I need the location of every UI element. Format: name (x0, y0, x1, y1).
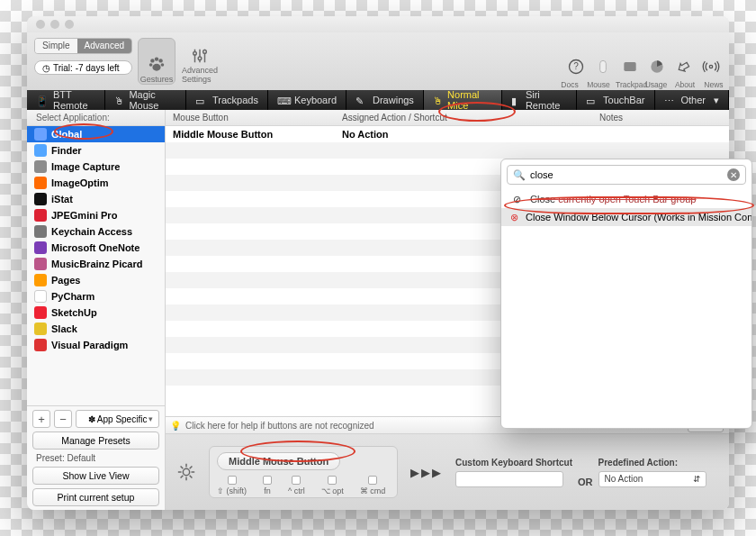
svg-point-2 (158, 59, 162, 62)
search-input[interactable] (530, 169, 723, 180)
clear-search-icon[interactable]: ✕ (727, 168, 740, 181)
svg-point-5 (152, 64, 160, 71)
preset-label: Preset: Default (32, 453, 159, 463)
sidebar-item-sketchup[interactable]: SketchUp (27, 304, 165, 321)
sidebar-item-pages[interactable]: Pages (27, 272, 165, 288)
sidebar-item-finder[interactable]: Finder (27, 142, 165, 159)
sidebar: Select Application: Global Finder Image … (27, 110, 166, 510)
help-text[interactable]: Click here for help if buttons are not r… (185, 421, 374, 431)
about-icon[interactable] (675, 58, 693, 76)
tab-magic-mouse[interactable]: 🖱Magic Mouse (105, 90, 186, 110)
lightbulb-icon[interactable]: 💡 (166, 421, 185, 431)
device-tabbar: 📱BTT Remote 🖱Magic Mouse ▭Trackpads ⌨Key… (27, 90, 729, 110)
mod-fn[interactable]: fn (263, 476, 272, 495)
custom-shortcut-block: Custom Keyboard Shortcut (455, 458, 572, 487)
add-app-button[interactable]: + (32, 410, 50, 428)
mod-opt[interactable]: ⌥ opt (321, 476, 344, 495)
predefined-action-select[interactable]: No Action⇵ (598, 471, 706, 487)
search-result[interactable]: ⊘ currently open Touch Bar group (501, 190, 752, 208)
sliders-icon (190, 46, 210, 66)
trigger-chip[interactable]: Middle Mouse Button (217, 452, 340, 470)
sidebar-item-pycharm[interactable]: PyCharm (27, 288, 165, 304)
shortcut-field[interactable] (455, 471, 563, 487)
toolbar-advanced-settings[interactable]: Advanced Settings (181, 38, 219, 85)
tab-siri-remote[interactable]: ▮Siri Remote (502, 90, 577, 110)
mode-simple[interactable]: Simple (35, 39, 77, 53)
window-titlebar (27, 16, 729, 32)
sidebar-item-global[interactable]: Global (27, 126, 165, 142)
svg-point-9 (194, 51, 197, 55)
app-specific-select[interactable]: ✽ App Specific (76, 410, 159, 428)
predefined-action-block: Predefined Action: No Action⇵ (598, 458, 706, 487)
prohibit-icon: ⊘ (510, 194, 523, 205)
print-setup-button[interactable]: Print current setup (32, 488, 159, 506)
tab-keyboard[interactable]: ⌨Keyboard (268, 90, 346, 110)
sidebar-item-image-capture[interactable]: Image Capture (27, 159, 165, 175)
sidebar-item-onenote[interactable]: Microsoft OneNote (27, 240, 165, 256)
clock-icon: ◷ (42, 63, 50, 73)
svg-line-26 (190, 467, 193, 469)
tab-trackpads[interactable]: ▭Trackpads (186, 90, 268, 110)
action-search-popup: 🔍 ✕ ⊘ currently open Touch Bar group ⊗ C… (500, 159, 752, 429)
col-action[interactable]: Assigned Action / Shortcut (335, 110, 592, 125)
svg-point-1 (155, 57, 158, 60)
news-icon[interactable] (702, 58, 720, 76)
col-mouse-button[interactable]: Mouse Button (166, 110, 335, 125)
manage-presets-button[interactable]: Manage Presets (32, 432, 159, 450)
svg-line-24 (190, 476, 193, 478)
close-window-icon[interactable] (36, 20, 45, 29)
sidebar-item-slack[interactable]: Slack (27, 321, 165, 337)
svg-line-23 (181, 467, 184, 469)
paw-icon (147, 55, 166, 75)
tab-touchbar[interactable]: ▭TouchBar (577, 90, 654, 110)
svg-point-3 (149, 63, 153, 67)
sidebar-header: Select Application: (27, 110, 165, 126)
sidebar-item-visual-paradigm[interactable]: Visual Paradigm (27, 337, 165, 353)
toolbar-right-icons: ? (567, 58, 720, 76)
trackpad-icon[interactable] (621, 58, 639, 76)
app-list[interactable]: Global Finder Image Capture ImageOptim i… (27, 126, 165, 405)
search-result[interactable]: ⊗ Close Window Below Cursor (Works in Mi… (501, 208, 752, 226)
or-label: OR (578, 477, 593, 487)
sidebar-item-keychain[interactable]: Keychain Access (27, 223, 165, 240)
mode-segmented[interactable]: Simple Advanced (34, 38, 132, 54)
toolbar-right-labels: DocsMouseTrackpadUsageAboutNews (558, 80, 725, 89)
tab-drawings[interactable]: ✎Drawings (346, 90, 424, 110)
trial-badge[interactable]: ◷ Trial: -7 days left (34, 60, 132, 75)
col-notes[interactable]: Notes (592, 110, 623, 125)
mouse-icon[interactable] (594, 58, 612, 76)
minimize-window-icon[interactable] (50, 20, 59, 29)
tab-other[interactable]: ⋯Other▾ (655, 90, 730, 110)
sidebar-item-jpegmini[interactable]: JPEGmini Pro (27, 207, 165, 223)
sidebar-item-istat[interactable]: iStat (27, 191, 165, 207)
toolbar-gestures[interactable]: Gestures (138, 38, 176, 85)
column-headers: Mouse Button Assigned Action / Shortcut … (166, 110, 729, 126)
svg-text:?: ? (573, 61, 579, 71)
svg-point-11 (203, 50, 207, 54)
svg-point-4 (161, 63, 165, 67)
tab-normal-mice[interactable]: 🖱Normal Mice (424, 90, 502, 110)
svg-point-18 (183, 468, 189, 475)
close-window-icon: ⊗ (510, 212, 518, 223)
show-live-view-button[interactable]: Show Live View (32, 467, 159, 485)
usage-icon[interactable] (648, 58, 666, 76)
svg-point-10 (198, 57, 202, 60)
sidebar-item-imageoptim[interactable]: ImageOptim (27, 175, 165, 191)
mode-advanced[interactable]: Advanced (77, 39, 131, 53)
mod-shift[interactable]: ⇧ (shift) (217, 476, 247, 495)
svg-point-0 (150, 59, 154, 62)
table-row[interactable]: Middle Mouse Button No Action (166, 126, 729, 142)
tab-btt-remote[interactable]: 📱BTT Remote (27, 90, 105, 110)
mod-cmd[interactable]: ⌘ cmd (360, 476, 386, 495)
svg-point-17 (709, 65, 712, 68)
modifier-row: ⇧ (shift) fn ^ ctrl ⌥ opt ⌘ cmd (217, 476, 390, 495)
zoom-window-icon[interactable] (65, 20, 74, 29)
search-field[interactable]: 🔍 ✕ (507, 165, 746, 185)
gear-icon[interactable] (176, 462, 196, 482)
toolbar: Simple Advanced ◷ Trial: -7 days left Ge… (27, 32, 729, 90)
trigger-editor: Middle Mouse Button ⇧ (shift) fn ^ ctrl … (166, 434, 729, 510)
sidebar-item-picard[interactable]: MusicBrainz Picard (27, 256, 165, 272)
remove-app-button[interactable]: − (54, 410, 72, 428)
mod-ctrl[interactable]: ^ ctrl (288, 476, 305, 495)
help-icon[interactable]: ? (567, 58, 585, 76)
